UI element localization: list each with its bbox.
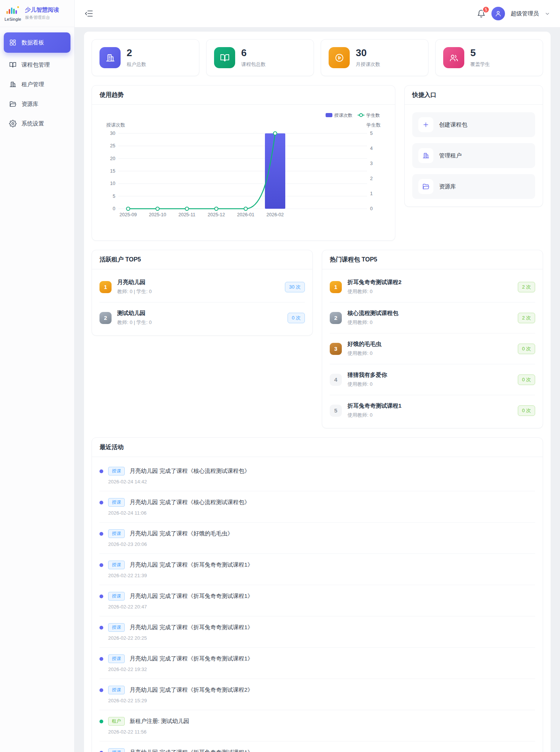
svg-text:2026-01: 2026-01 (237, 212, 254, 217)
svg-text:1: 1 (370, 191, 373, 196)
activity-row: 授课 月亮幼儿园 完成了课程《折耳兔奇奇测试课程1》 2026-02-21 20… (99, 741, 535, 752)
avatar[interactable] (491, 7, 505, 20)
activity-time: 2026-02-22 15:29 (108, 698, 535, 703)
topbar: 5 超级管理员 (75, 0, 560, 27)
hot-packages-card: 热门课程包 TOP5 1 折耳兔奇奇测试课程2 使用教师: 0 2 次 2 核心… (322, 250, 543, 428)
quick-entry-list: 创建课程包 管理租户 资源库 (405, 105, 543, 206)
top5-row: 2 核心流程测试课程包 使用教师: 0 2 次 (330, 303, 535, 333)
activity-dot (99, 688, 103, 692)
activity-text: 新租户注册: 测试幼儿园 (130, 718, 189, 725)
activity-text: 月亮幼儿园 完成了课程《折耳兔奇奇测试课程1》 (130, 624, 253, 631)
sidebar-item-label: 课程包管理 (21, 61, 50, 69)
sidebar-item-label: 租户管理 (21, 81, 44, 88)
user-name[interactable]: 超级管理员 (511, 10, 539, 17)
stat-value: 2 (127, 47, 146, 58)
user-area: 5 超级管理员 (477, 7, 550, 20)
activity-row: 授课 月亮幼儿园 完成了课程《好饿的毛毛虫》 2026-02-23 20:06 (99, 523, 535, 554)
quick-entry-item[interactable]: 管理租户 (412, 143, 535, 168)
building-icon (418, 148, 433, 163)
rank-badge: 2 (330, 312, 342, 324)
sidebar-item[interactable]: 课程包管理 (4, 56, 70, 74)
activity-dot (99, 720, 103, 723)
activity-text: 月亮幼儿园 完成了课程《折耳兔奇奇测试课程2》 (130, 686, 253, 694)
activity-text: 月亮幼儿园 完成了课程《折耳兔奇奇测试课程1》 (130, 749, 253, 752)
sidebar: LeSingle 少儿智慧阅读 服务管理后台 数据看板 课程包管理 租户管理 资… (0, 0, 75, 752)
top5-meta: 使用教师: 0 (347, 319, 518, 326)
gear-icon (9, 120, 17, 127)
hot-packages-list: 1 折耳兔奇奇测试课程2 使用教师: 0 2 次 2 核心流程测试课程包 使用教… (322, 269, 543, 428)
activity-time: 2026-02-23 20:06 (108, 541, 535, 547)
activity-time: 2026-02-24 14:42 (108, 479, 535, 485)
notification-bell-icon[interactable]: 5 (477, 9, 486, 18)
top5-row: 2 测试幼儿园 教师: 0 | 学生: 0 0 次 (99, 303, 305, 333)
activity-dot (99, 563, 103, 567)
count-badge: 0 次 (518, 344, 535, 354)
activity-row: 授课 月亮幼儿园 完成了课程《折耳兔奇奇测试课程1》 2026-02-22 19… (99, 648, 535, 679)
activity-time: 2026-02-22 20:25 (108, 635, 535, 641)
quick-entry-item[interactable]: 创建课程包 (412, 112, 535, 137)
top5-meta: 使用教师: 0 (347, 381, 518, 388)
stat-value: 6 (241, 47, 266, 58)
activity-text: 月亮幼儿园 完成了课程《好饿的毛毛虫》 (130, 530, 233, 537)
rank-badge: 4 (330, 374, 342, 386)
quick-entry-label: 管理租户 (439, 152, 462, 159)
top5-row: 1 折耳兔奇奇测试课程2 使用教师: 0 2 次 (330, 272, 535, 303)
activity-tag: 授课 (108, 748, 125, 752)
activity-tag: 授课 (108, 686, 125, 694)
sidebar-item-label: 数据看板 (21, 39, 44, 46)
activity-tag: 授课 (108, 529, 125, 538)
svg-text:10: 10 (110, 181, 115, 186)
activity-time: 2026-02-22 19:32 (108, 666, 535, 672)
svg-text:20: 20 (110, 156, 115, 161)
content-area: 2 租户总数 6 课程包总数 30 月授课次数 5 覆盖学生 使用趋势 (75, 27, 560, 752)
activity-tag: 授课 (108, 592, 125, 601)
count-badge: 2 次 (518, 313, 535, 323)
activity-tag: 租户 (108, 717, 125, 726)
recent-activity-card: 最近活动 授课 月亮幼儿园 完成了课程《核心流程测试课程包》 2026-02-2… (92, 437, 543, 752)
active-tenants-title: 活跃租户 TOP5 (92, 250, 312, 269)
count-badge: 0 次 (518, 374, 535, 385)
stat-card: 30 月授课次数 (321, 39, 428, 76)
svg-text:4: 4 (370, 146, 373, 151)
count-badge: 2 次 (518, 282, 535, 292)
activity-dot (99, 595, 103, 598)
activity-row: 授课 月亮幼儿园 完成了课程《折耳兔奇奇测试课程1》 2026-02-22 21… (99, 554, 535, 585)
svg-text:5: 5 (113, 194, 115, 199)
sidebar-item[interactable]: 系统设置 (4, 115, 70, 133)
usage-trend-card: 使用趋势 051015202530012345授课次数学生数授课次数学生数202… (92, 85, 395, 241)
svg-text:学生数: 学生数 (367, 122, 381, 128)
chevron-down-icon[interactable] (545, 11, 550, 17)
building-icon (99, 47, 121, 68)
sidebar-item[interactable]: 资源库 (4, 95, 70, 113)
svg-text:25: 25 (110, 143, 115, 148)
top5-row: 4 猜猜我有多爱你 使用教师: 0 0 次 (330, 364, 535, 395)
svg-text:2025-09: 2025-09 (119, 212, 137, 217)
activity-time: 2026-02-22 11:56 (108, 729, 535, 735)
activity-row: 授课 月亮幼儿园 完成了课程《核心流程测试课程包》 2026-02-24 14:… (99, 460, 535, 491)
sidebar-item[interactable]: 数据看板 (4, 32, 70, 53)
count-badge: 0 次 (518, 405, 535, 416)
activity-text: 月亮幼儿园 完成了课程《核心流程测试课程包》 (130, 468, 250, 475)
top5-name: 猜猜我有多爱你 (347, 371, 518, 379)
sidebar-menu: 数据看板 课程包管理 租户管理 资源库 系统设置 (0, 27, 74, 139)
activity-row: 授课 月亮幼儿园 完成了课程《核心流程测试课程包》 2026-02-24 11:… (99, 491, 535, 523)
svg-text:2026-02: 2026-02 (266, 212, 284, 217)
sidebar-item-label: 资源库 (21, 101, 38, 108)
activity-row: 授课 月亮幼儿园 完成了课程《折耳兔奇奇测试课程1》 2026-02-22 20… (99, 585, 535, 616)
rank-badge: 3 (330, 343, 342, 355)
folder-icon (9, 100, 17, 108)
recent-activity-list: 授课 月亮幼儿园 完成了课程《核心流程测试课程包》 2026-02-24 14:… (92, 457, 543, 752)
quick-entry-item[interactable]: 资源库 (412, 174, 535, 199)
activity-tag: 授课 (108, 561, 125, 569)
quick-entry-title: 快捷入口 (405, 86, 543, 105)
folder-icon (418, 179, 433, 194)
count-badge: 30 次 (285, 282, 305, 292)
activity-dot (99, 469, 103, 473)
activity-text: 月亮幼儿园 完成了课程《折耳兔奇奇测试课程1》 (130, 561, 253, 569)
sidebar-collapse-icon[interactable] (84, 9, 93, 18)
top5-name: 折耳兔奇奇测试课程1 (347, 402, 518, 410)
sidebar-item[interactable]: 租户管理 (4, 75, 70, 93)
top5-meta: 使用教师: 0 (347, 412, 518, 419)
stat-card: 6 课程包总数 (206, 39, 314, 76)
trend-chart-svg: 051015202530012345授课次数学生数授课次数学生数2025-092… (99, 105, 388, 235)
